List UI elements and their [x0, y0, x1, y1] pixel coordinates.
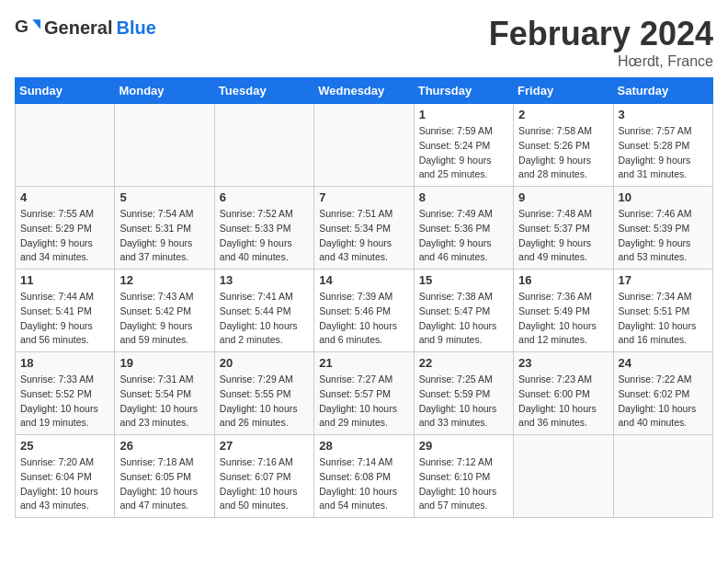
day-number: 22: [419, 356, 508, 370]
svg-text:G: G: [15, 17, 28, 36]
day-info: Sunrise: 7:49 AMSunset: 5:36 PMDaylight:…: [419, 207, 508, 265]
day-info: Sunrise: 7:16 AMSunset: 6:07 PMDaylight:…: [220, 455, 309, 513]
calendar-table: SundayMondayTuesdayWednesdayThursdayFrid…: [15, 77, 713, 518]
day-cell: 29Sunrise: 7:12 AMSunset: 6:10 PMDayligh…: [414, 435, 513, 518]
logo-blue: Blue: [116, 17, 155, 39]
day-number: 6: [220, 190, 309, 204]
day-info: Sunrise: 7:54 AMSunset: 5:31 PMDaylight:…: [119, 207, 209, 265]
day-number: 2: [518, 108, 608, 121]
day-info: Sunrise: 7:36 AMSunset: 5:49 PMDaylight:…: [518, 290, 608, 348]
day-number: 20: [220, 356, 309, 370]
week-row-3: 11Sunrise: 7:44 AMSunset: 5:41 PMDayligh…: [16, 270, 713, 352]
day-cell: 8Sunrise: 7:49 AMSunset: 5:36 PMDaylight…: [414, 187, 513, 270]
day-cell: 15Sunrise: 7:38 AMSunset: 5:47 PMDayligh…: [414, 270, 513, 352]
logo-general: General: [44, 17, 112, 39]
day-cell: 23Sunrise: 7:23 AMSunset: 6:00 PMDayligh…: [514, 352, 613, 435]
day-number: 27: [220, 439, 309, 453]
day-cell: 11Sunrise: 7:44 AMSunset: 5:41 PMDayligh…: [16, 270, 115, 352]
day-info: Sunrise: 7:38 AMSunset: 5:47 PMDaylight:…: [419, 290, 508, 348]
col-header-tuesday: Tuesday: [214, 78, 313, 104]
day-cell: 3Sunrise: 7:57 AMSunset: 5:28 PMDaylight…: [613, 104, 712, 187]
day-info: Sunrise: 7:25 AMSunset: 5:59 PMDaylight:…: [419, 373, 508, 431]
day-cell: 7Sunrise: 7:51 AMSunset: 5:34 PMDaylight…: [314, 187, 414, 270]
day-cell: [613, 435, 712, 518]
day-info: Sunrise: 7:57 AMSunset: 5:28 PMDaylight:…: [619, 124, 708, 182]
col-header-sunday: Sunday: [16, 78, 115, 104]
day-cell: [314, 104, 414, 187]
day-info: Sunrise: 7:20 AMSunset: 6:04 PMDaylight:…: [20, 455, 109, 513]
day-number: 28: [319, 439, 408, 453]
day-number: 8: [419, 190, 508, 204]
day-number: 16: [518, 273, 608, 287]
day-cell: 5Sunrise: 7:54 AMSunset: 5:31 PMDaylight…: [115, 187, 214, 270]
day-cell: 10Sunrise: 7:46 AMSunset: 5:39 PMDayligh…: [613, 187, 712, 270]
day-cell: 18Sunrise: 7:33 AMSunset: 5:52 PMDayligh…: [16, 352, 115, 435]
day-info: Sunrise: 7:27 AMSunset: 5:57 PMDaylight:…: [319, 373, 408, 431]
day-cell: [16, 104, 115, 187]
day-info: Sunrise: 7:29 AMSunset: 5:55 PMDaylight:…: [220, 373, 309, 431]
day-cell: 20Sunrise: 7:29 AMSunset: 5:55 PMDayligh…: [214, 352, 313, 435]
day-info: Sunrise: 7:39 AMSunset: 5:46 PMDaylight:…: [319, 290, 408, 348]
day-number: 23: [518, 356, 608, 370]
day-cell: [514, 435, 613, 518]
col-header-saturday: Saturday: [613, 78, 712, 104]
header-row: SundayMondayTuesdayWednesdayThursdayFrid…: [16, 78, 713, 104]
day-cell: 22Sunrise: 7:25 AMSunset: 5:59 PMDayligh…: [414, 352, 513, 435]
week-row-1: 1Sunrise: 7:59 AMSunset: 5:24 PMDaylight…: [16, 104, 713, 187]
day-number: 18: [20, 356, 109, 370]
day-number: 29: [419, 439, 508, 453]
day-cell: 14Sunrise: 7:39 AMSunset: 5:46 PMDayligh…: [314, 270, 414, 352]
month-title: February 2024: [489, 15, 713, 53]
day-cell: 19Sunrise: 7:31 AMSunset: 5:54 PMDayligh…: [115, 352, 214, 435]
day-cell: [115, 104, 214, 187]
day-number: 24: [619, 356, 708, 370]
day-number: 4: [20, 190, 109, 204]
generalblue-icon: G: [15, 15, 40, 40]
header: G General Blue February 2024 Hœrdt, Fran…: [15, 15, 713, 70]
day-cell: 1Sunrise: 7:59 AMSunset: 5:24 PMDaylight…: [414, 104, 513, 187]
svg-marker-1: [32, 19, 40, 29]
day-info: Sunrise: 7:51 AMSunset: 5:34 PMDaylight:…: [319, 207, 408, 265]
day-cell: 24Sunrise: 7:22 AMSunset: 6:02 PMDayligh…: [613, 352, 712, 435]
day-number: 10: [619, 190, 708, 204]
day-info: Sunrise: 7:22 AMSunset: 6:02 PMDaylight:…: [619, 373, 708, 431]
day-number: 13: [220, 273, 309, 287]
day-cell: 25Sunrise: 7:20 AMSunset: 6:04 PMDayligh…: [16, 435, 115, 518]
day-number: 12: [119, 273, 209, 287]
day-cell: [214, 104, 313, 187]
day-number: 26: [119, 439, 209, 453]
day-info: Sunrise: 7:18 AMSunset: 6:05 PMDaylight:…: [119, 455, 209, 513]
day-cell: 2Sunrise: 7:58 AMSunset: 5:26 PMDaylight…: [514, 104, 613, 187]
day-cell: 12Sunrise: 7:43 AMSunset: 5:42 PMDayligh…: [115, 270, 214, 352]
day-cell: 28Sunrise: 7:14 AMSunset: 6:08 PMDayligh…: [314, 435, 414, 518]
day-info: Sunrise: 7:43 AMSunset: 5:42 PMDaylight:…: [119, 290, 209, 348]
day-info: Sunrise: 7:12 AMSunset: 6:10 PMDaylight:…: [419, 455, 508, 513]
day-info: Sunrise: 7:44 AMSunset: 5:41 PMDaylight:…: [20, 290, 109, 348]
day-number: 11: [20, 273, 109, 287]
day-info: Sunrise: 7:59 AMSunset: 5:24 PMDaylight:…: [419, 124, 508, 182]
day-number: 9: [518, 190, 608, 204]
col-header-friday: Friday: [514, 78, 613, 104]
logo: G General Blue: [15, 15, 156, 40]
col-header-thursday: Thursday: [414, 78, 513, 104]
day-number: 7: [319, 190, 408, 204]
day-number: 1: [419, 108, 508, 121]
day-number: 25: [20, 439, 109, 453]
day-number: 21: [319, 356, 408, 370]
day-number: 19: [119, 356, 209, 370]
day-cell: 4Sunrise: 7:55 AMSunset: 5:29 PMDaylight…: [16, 187, 115, 270]
day-cell: 16Sunrise: 7:36 AMSunset: 5:49 PMDayligh…: [514, 270, 613, 352]
day-info: Sunrise: 7:46 AMSunset: 5:39 PMDaylight:…: [619, 207, 708, 265]
week-row-4: 18Sunrise: 7:33 AMSunset: 5:52 PMDayligh…: [16, 352, 713, 435]
week-row-2: 4Sunrise: 7:55 AMSunset: 5:29 PMDaylight…: [16, 187, 713, 270]
day-cell: 6Sunrise: 7:52 AMSunset: 5:33 PMDaylight…: [214, 187, 313, 270]
title-area: February 2024 Hœrdt, France: [489, 15, 713, 70]
day-info: Sunrise: 7:31 AMSunset: 5:54 PMDaylight:…: [119, 373, 209, 431]
day-info: Sunrise: 7:58 AMSunset: 5:26 PMDaylight:…: [518, 124, 608, 182]
day-cell: 17Sunrise: 7:34 AMSunset: 5:51 PMDayligh…: [613, 270, 712, 352]
day-cell: 21Sunrise: 7:27 AMSunset: 5:57 PMDayligh…: [314, 352, 414, 435]
day-number: 3: [619, 108, 708, 121]
day-cell: 9Sunrise: 7:48 AMSunset: 5:37 PMDaylight…: [514, 187, 613, 270]
day-info: Sunrise: 7:14 AMSunset: 6:08 PMDaylight:…: [319, 455, 408, 513]
day-info: Sunrise: 7:41 AMSunset: 5:44 PMDaylight:…: [220, 290, 309, 348]
